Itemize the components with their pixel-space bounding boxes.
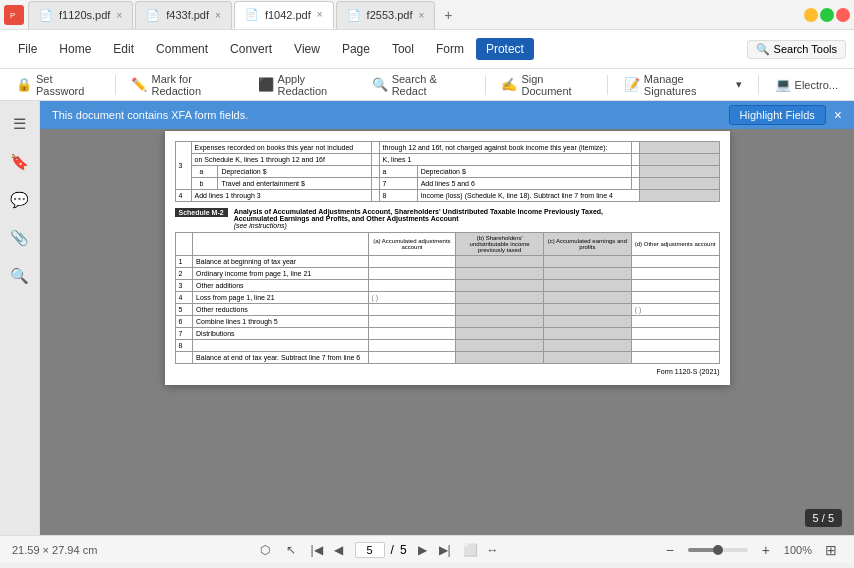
row5-label: Other reductions (193, 304, 368, 316)
toolbar-separator-1 (115, 75, 116, 95)
pdf-viewer: ◀ This document contains XFA form fields… (40, 101, 854, 535)
notification-bar: This document contains XFA form fields. … (40, 101, 854, 129)
row4-label: Loss from page 1, line 21 (193, 292, 368, 304)
left-sidebar: ☰ 🔖 💬 📎 🔍 (0, 101, 40, 535)
mark-for-redaction-button[interactable]: ✏️ Mark for Redaction (123, 70, 245, 100)
toolbar-separator-2 (485, 75, 486, 95)
sidebar-pages-icon[interactable]: ☰ (5, 109, 35, 139)
mark-redaction-icon: ✏️ (131, 77, 147, 92)
table-row: 5Other reductions ( ) (175, 304, 719, 316)
table-row: 3Other additions (175, 280, 719, 292)
tab-f1120s[interactable]: 📄 f1120s.pdf × (28, 1, 133, 29)
first-page-button[interactable]: |◀ (307, 540, 327, 560)
page-badge: 5 / 5 (805, 509, 842, 527)
sidebar-bookmarks-icon[interactable]: 🔖 (5, 147, 35, 177)
fit-width-button[interactable]: ↔ (483, 540, 503, 560)
ribbon: File Home Edit Comment Convert View Page… (0, 30, 854, 69)
page-nav-arrows: |◀ ◀ (307, 540, 349, 560)
table-row: 6Combine lines 1 through 5 (175, 316, 719, 328)
tab-f433f[interactable]: 📄 f433f.pdf × (135, 1, 232, 29)
zoom-out-button[interactable]: − (660, 540, 680, 560)
schedule-title-line2: Accumulated Earnings and Profits, and Ot… (234, 215, 720, 222)
current-page-input[interactable] (355, 542, 385, 558)
zoom-in-button[interactable]: + (756, 540, 776, 560)
zoom-level: 100% (784, 544, 812, 556)
row1-label: Balance at beginning of tax year (193, 256, 368, 268)
table-row: 4Loss from page 1, line 21 ( ) (175, 292, 719, 304)
sidebar-attachments-icon[interactable]: 📎 (5, 223, 35, 253)
nav-convert[interactable]: Convert (220, 38, 282, 60)
nav-edit[interactable]: Edit (103, 38, 144, 60)
search-icon: 🔍 (756, 43, 770, 56)
table-row: 8 (175, 340, 719, 352)
table-row: 2Ordinary income from page 1, line 21 (175, 268, 719, 280)
highlight-fields-button[interactable]: Highlight Fields (729, 105, 826, 125)
tabs-area: 📄 f1120s.pdf × 📄 f433f.pdf × 📄 f1042.pdf… (28, 0, 796, 29)
dropdown-arrow-icon: ▾ (736, 78, 742, 91)
nav-protect[interactable]: Protect (476, 38, 534, 60)
nav-form[interactable]: Form (426, 38, 474, 60)
row2-label: Ordinary income from page 1, line 21 (193, 268, 368, 280)
close-button[interactable] (836, 8, 850, 22)
minimize-button[interactable] (804, 8, 818, 22)
ribbon-search[interactable]: 🔍 Search Tools (747, 40, 846, 59)
toolbar-separator-3 (607, 75, 608, 95)
total-pages: 5 (400, 543, 407, 557)
tab-f1042[interactable]: 📄 f1042.pdf × (234, 1, 334, 29)
tab-close-f1120s[interactable]: × (116, 10, 122, 21)
nav-page[interactable]: Page (332, 38, 380, 60)
manage-signatures-button[interactable]: 📝 Manage Signatures ▾ (616, 70, 750, 100)
row7-label: Distributions (193, 328, 368, 340)
sidebar-comments-icon[interactable]: 💬 (5, 185, 35, 215)
nav-file[interactable]: File (8, 38, 47, 60)
apply-redaction-button[interactable]: ⬛ Apply Redaction (250, 70, 360, 100)
add-tab-button[interactable]: + (437, 4, 459, 26)
search-redact-button[interactable]: 🔍 Search & Redact (364, 70, 477, 100)
title-bar: P 📄 f1120s.pdf × 📄 f433f.pdf × 📄 f1042.p… (0, 0, 854, 30)
row3-label: Other additions (193, 280, 368, 292)
tab-close-f433f[interactable]: × (215, 10, 221, 21)
tool-select-icon[interactable]: ⬡ (255, 540, 275, 560)
fit-page-button[interactable]: ⬜ (461, 540, 481, 560)
nav-view[interactable]: View (284, 38, 330, 60)
nav-home[interactable]: Home (49, 38, 101, 60)
upper-form-table: 3 Expenses recorded on books this year n… (175, 141, 720, 202)
page-navigation: ⬡ ↖ |◀ ◀ / 5 ▶ ▶| ⬜ ↔ (255, 540, 503, 560)
toolbar-separator-4 (758, 75, 759, 95)
zoom-controls: − + 100% ⊞ (660, 539, 842, 561)
protect-toolbar: 🔒 Set Password ✏️ Mark for Redaction ⬛ A… (0, 69, 854, 101)
maximize-button[interactable] (820, 8, 834, 22)
pointer-icon[interactable]: ↖ (281, 540, 301, 560)
last-page-button[interactable]: ▶| (435, 540, 455, 560)
view-buttons: ⬜ ↔ (461, 540, 503, 560)
tab-close-f2553[interactable]: × (418, 10, 424, 21)
table-row: 7Distributions (175, 328, 719, 340)
window-controls (804, 8, 850, 22)
table-row: 1Balance at beginning of tax year (175, 256, 719, 268)
main-area: ☰ 🔖 💬 📎 🔍 ◀ This document contains XFA f… (0, 101, 854, 535)
electronic-icon: 💻 (775, 77, 791, 92)
set-password-button[interactable]: 🔒 Set Password (8, 70, 107, 100)
tab-close-f1042[interactable]: × (317, 9, 323, 20)
electronic-button[interactable]: 💻 Electro... (767, 74, 846, 95)
zoom-slider[interactable] (688, 548, 748, 552)
prev-page-button[interactable]: ◀ (329, 540, 349, 560)
form-footer: Form 1120-S (2021) (175, 368, 720, 375)
schedule-title-line1: Analysis of Accumulated Adjustments Acco… (234, 208, 720, 215)
notification-text: This document contains XFA form fields. (52, 109, 248, 121)
expand-button[interactable]: ⊞ (820, 539, 842, 561)
nav-tool[interactable]: Tool (382, 38, 424, 60)
sign-document-button[interactable]: ✍️ Sign Document (493, 70, 598, 100)
nav-comment[interactable]: Comment (146, 38, 218, 60)
apply-redaction-icon: ⬛ (258, 77, 274, 92)
next-page-button[interactable]: ▶ (413, 540, 433, 560)
pdf-page: 3 Expenses recorded on books this year n… (165, 131, 730, 385)
app-icon: P (4, 5, 24, 25)
page-next-arrows: ▶ ▶| (413, 540, 455, 560)
tab-f2553[interactable]: 📄 f2553.pdf × (336, 1, 436, 29)
notification-close-button[interactable]: × (834, 107, 842, 123)
sidebar-search-icon[interactable]: 🔍 (5, 261, 35, 291)
schedule-instructions: (see instructions) (234, 222, 720, 229)
sign-icon: ✍️ (501, 77, 517, 92)
document-dimensions: 21.59 × 27.94 cm (12, 544, 97, 556)
